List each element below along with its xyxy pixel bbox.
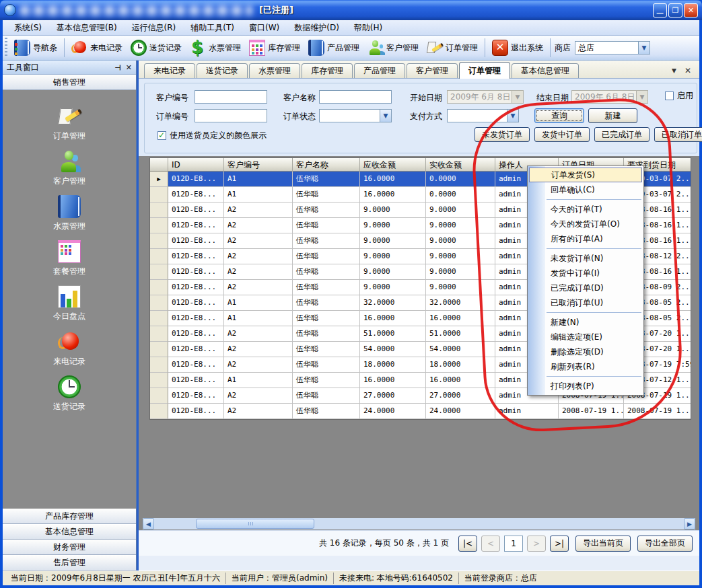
enable-checkbox[interactable] bbox=[665, 91, 674, 100]
order-status-quick-button[interactable]: 已完成订单 bbox=[594, 127, 650, 142]
first-page-button[interactable]: |< bbox=[458, 536, 477, 552]
end-date-picker[interactable]: 2009年 6月 8日 ▼ bbox=[571, 90, 648, 104]
context-menu-item[interactable]: 回单确认(C) bbox=[528, 182, 643, 197]
chevron-down-icon[interactable]: ▼ bbox=[638, 42, 650, 54]
context-menu-item[interactable]: 删除选定项(D) bbox=[528, 344, 643, 359]
customer-code-input[interactable] bbox=[195, 90, 267, 104]
column-header[interactable]: ID bbox=[168, 158, 224, 172]
row-selector-cell[interactable] bbox=[150, 218, 168, 233]
context-menu-item[interactable]: 已完成订单(D) bbox=[528, 281, 643, 295]
export-current-page-button[interactable]: 导出当前页 bbox=[575, 536, 631, 552]
menubar-item[interactable]: 辅助工具(T) bbox=[183, 20, 242, 36]
order-status-quick-button[interactable]: 未发货订单 bbox=[475, 127, 530, 142]
sidebar-item[interactable]: 来电记录 bbox=[53, 330, 85, 367]
row-selector-cell[interactable] bbox=[150, 233, 168, 249]
toolbar-button[interactable] bbox=[485, 38, 485, 57]
scroll-left-arrow-icon[interactable]: ◀ bbox=[143, 518, 154, 529]
toolbar-button[interactable]: 订单管理 bbox=[423, 38, 482, 57]
row-selector-cell[interactable] bbox=[150, 388, 168, 404]
column-header[interactable]: 客户名称 bbox=[293, 158, 360, 172]
query-button[interactable]: 查询 bbox=[534, 108, 584, 123]
toolbar-button[interactable]: 送货记录 bbox=[127, 38, 186, 57]
toolbar-button[interactable]: 水票管理 bbox=[186, 38, 245, 57]
context-menu-item[interactable] bbox=[528, 246, 643, 251]
sidebar-item[interactable]: 今日盘点 bbox=[53, 285, 85, 322]
row-selector-cell[interactable] bbox=[150, 326, 168, 342]
context-menu-item[interactable]: 编辑选定项(E) bbox=[528, 330, 643, 344]
context-menu-item[interactable]: 发货中订单(I) bbox=[528, 266, 643, 281]
row-selector-cell[interactable] bbox=[150, 280, 168, 295]
tab[interactable]: 库存管理 bbox=[302, 63, 353, 78]
context-menu-item[interactable]: 刷新列表(R) bbox=[528, 359, 643, 374]
sidebar-section-button[interactable]: 基本信息管理 bbox=[3, 524, 136, 540]
start-date-picker[interactable]: 2009年 6月 8日 ▼ bbox=[447, 90, 524, 104]
order-status-quick-button[interactable]: 发货中订单 bbox=[534, 127, 590, 142]
context-menu-item[interactable]: 所有的订单(A) bbox=[528, 231, 643, 246]
row-selector-cell[interactable] bbox=[150, 203, 168, 218]
context-menu-item[interactable] bbox=[528, 310, 643, 315]
toolbar-button[interactable]: 客户管理 bbox=[363, 38, 423, 57]
row-selector-cell[interactable] bbox=[150, 187, 168, 203]
row-selector-cell[interactable] bbox=[150, 342, 168, 357]
context-menu-item[interactable] bbox=[528, 197, 643, 202]
tab[interactable]: 订单管理 bbox=[459, 62, 510, 79]
toolbar-button[interactable]: 导航条 bbox=[10, 38, 61, 57]
page-number-input[interactable] bbox=[504, 536, 523, 552]
tab[interactable]: 来电记录 bbox=[144, 63, 195, 78]
close-button[interactable]: ✕ bbox=[684, 3, 698, 17]
column-header[interactable]: 客户编号 bbox=[224, 158, 293, 172]
maximize-button[interactable]: ❐ bbox=[668, 3, 682, 17]
sidebar-item[interactable]: 送货记录 bbox=[53, 375, 85, 412]
row-selector-cell[interactable] bbox=[150, 404, 168, 419]
sidebar-section-button[interactable]: 产品库存管理 bbox=[3, 509, 136, 524]
context-menu-item[interactable]: 已取消订单(U) bbox=[528, 295, 643, 310]
export-all-pages-button[interactable]: 导出全部页 bbox=[637, 536, 693, 552]
row-selector-cell[interactable] bbox=[150, 373, 168, 388]
tab[interactable]: 客户管理 bbox=[407, 63, 458, 78]
row-selector-cell[interactable] bbox=[150, 249, 168, 264]
sidebar-section-button[interactable]: 财务管理 bbox=[3, 540, 136, 555]
toolbar-button[interactable] bbox=[550, 38, 551, 57]
toolbar-button[interactable]: 来电记录 bbox=[67, 38, 127, 57]
sidebar-item[interactable]: 订单管理 bbox=[53, 105, 85, 142]
menubar-item[interactable]: 运行信息(R) bbox=[125, 20, 184, 36]
toolbar-grip[interactable] bbox=[5, 38, 7, 58]
pay-method-combobox[interactable]: ▼ bbox=[447, 109, 519, 122]
menubar-item[interactable]: 数据维护(D) bbox=[287, 20, 347, 36]
tab[interactable]: 产品管理 bbox=[354, 63, 405, 78]
sidebar-section-sales[interactable]: 销售管理 bbox=[3, 75, 136, 90]
sidebar-item[interactable]: 水票管理 bbox=[53, 195, 85, 232]
tab[interactable]: 基本信息管理 bbox=[512, 63, 579, 78]
column-header[interactable]: 实收金额 bbox=[426, 158, 495, 172]
pin-icon[interactable]: ⊤ bbox=[112, 64, 121, 71]
context-menu-item[interactable] bbox=[528, 374, 643, 379]
table-row[interactable]: 012D-E8... A2 伍华聪 24.0000 24.0000 admin … bbox=[150, 404, 691, 419]
row-selector-cell[interactable] bbox=[150, 172, 168, 187]
toolbar-button[interactable]: 库存管理 bbox=[245, 38, 304, 57]
context-menu-item[interactable]: 未发货订单(N) bbox=[528, 251, 643, 266]
row-selector-cell[interactable] bbox=[150, 264, 168, 280]
toolbar-button[interactable]: 产品管理 bbox=[304, 38, 363, 57]
minimize-button[interactable]: — bbox=[653, 3, 667, 17]
scrollbar-track[interactable] bbox=[154, 518, 684, 529]
order-status-quick-button[interactable]: 已取消订单 bbox=[654, 127, 702, 142]
toolbar-button[interactable] bbox=[64, 38, 65, 57]
new-button[interactable]: 新建 bbox=[588, 108, 637, 123]
color-display-checkbox[interactable] bbox=[157, 131, 166, 140]
chevron-down-icon[interactable]: ▼ bbox=[507, 110, 518, 122]
context-menu-item[interactable]: 今天的发货订单(O) bbox=[528, 217, 643, 231]
order-code-input[interactable] bbox=[195, 109, 267, 122]
scroll-right-arrow-icon[interactable]: ▶ bbox=[684, 518, 695, 529]
last-page-button[interactable]: >| bbox=[550, 536, 569, 552]
context-menu-item[interactable]: 今天的订单(T) bbox=[528, 202, 643, 217]
order-status-combobox[interactable]: ▼ bbox=[319, 109, 392, 122]
menubar-item[interactable]: 基本信息管理(B) bbox=[49, 20, 125, 36]
sidebar-close-icon[interactable]: ✕ bbox=[126, 63, 132, 72]
context-menu-item[interactable]: 新建(N) bbox=[528, 315, 643, 330]
tab-list-dropdown-icon[interactable]: ▼ bbox=[672, 67, 676, 74]
next-page-button[interactable]: > bbox=[527, 536, 546, 552]
prev-page-button[interactable]: < bbox=[481, 536, 500, 552]
sidebar-section-button[interactable]: 售后管理 bbox=[3, 555, 136, 571]
horizontal-scrollbar[interactable]: ◀ ▶ bbox=[143, 518, 695, 529]
sidebar-item[interactable]: 客户管理 bbox=[53, 150, 85, 187]
